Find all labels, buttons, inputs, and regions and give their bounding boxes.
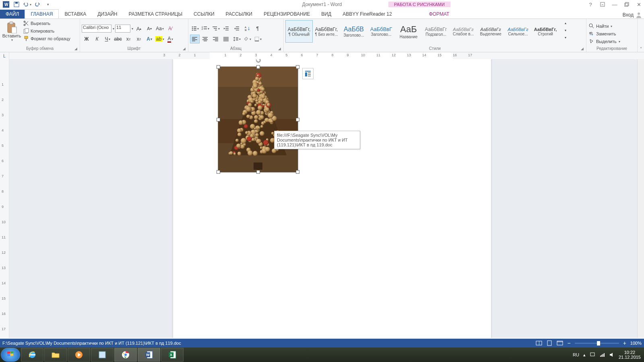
replace-button[interactable]: abЗаменить xyxy=(588,30,617,37)
zoom-in-button[interactable]: + xyxy=(623,340,626,346)
ruler-v[interactable]: 1234567891011121314151617 xyxy=(0,59,9,338)
tab-page-layout[interactable]: РАЗМЕТКА СТРАНИЦЫ xyxy=(123,10,188,19)
change-case-button[interactable]: Aa▾ xyxy=(155,24,165,33)
style-item[interactable]: АаБбВвГгВыделение xyxy=(477,20,504,43)
signin-link[interactable]: Вход xyxy=(623,11,644,19)
minimize-button[interactable]: — xyxy=(609,0,620,8)
rotate-handle[interactable] xyxy=(256,59,261,63)
collapse-ribbon-button[interactable]: ˄ xyxy=(640,47,642,51)
text-effects-button[interactable]: A▾ xyxy=(144,35,154,43)
bold-button[interactable]: Ж xyxy=(82,35,91,43)
shading-button[interactable]: ▾ xyxy=(242,35,252,43)
restore-button[interactable] xyxy=(621,0,632,8)
strikethrough-button[interactable]: abc xyxy=(113,35,123,43)
ruler-h[interactable]: 3211234567891011121314151617 xyxy=(9,52,644,60)
style-item[interactable]: АаБбВвГг,Строгий xyxy=(532,20,559,43)
align-left-button[interactable] xyxy=(190,35,200,43)
style-item[interactable]: АаБбВвГг,¶ Обычный xyxy=(285,20,313,43)
qat-customize-button[interactable]: ▾ xyxy=(43,0,52,8)
tab-view[interactable]: ВИД xyxy=(316,10,337,19)
format-painter-button[interactable]: Формат по образцу xyxy=(23,35,71,42)
find-button[interactable]: Найти▾ xyxy=(588,23,613,30)
font-name-combo[interactable]: Calibri (Осно xyxy=(82,25,111,33)
tab-review[interactable]: РЕЦЕНЗИРОВАНИЕ xyxy=(258,10,316,19)
dialog-launcher[interactable]: ◢ xyxy=(581,47,584,51)
dialog-launcher[interactable]: ◢ xyxy=(183,47,186,51)
increase-indent-button[interactable] xyxy=(232,24,242,33)
clear-format-button[interactable]: A⁄ xyxy=(165,24,175,33)
tab-references[interactable]: ССЫЛКИ xyxy=(188,10,220,19)
taskbar-excel[interactable]: X xyxy=(161,348,184,362)
dialog-launcher[interactable]: ◢ xyxy=(278,47,281,51)
decrease-indent-button[interactable] xyxy=(221,24,231,33)
tab-finereader[interactable]: ABBYY FineReader 12 xyxy=(337,10,398,19)
highlight-button[interactable]: ab▾ xyxy=(155,35,165,43)
select-button[interactable]: Выделить▾ xyxy=(588,38,621,45)
styles-gallery[interactable]: АаБбВвГг,¶ ОбычныйАаБбВвГг,¶ Без инте...… xyxy=(285,20,559,43)
taskbar-ie[interactable] xyxy=(21,348,43,362)
style-item[interactable]: АаБбВвГгСлабое в... xyxy=(450,20,477,43)
tray-flag-icon[interactable]: ▴ xyxy=(583,352,586,358)
selected-image[interactable] xyxy=(218,66,298,173)
align-justify-button[interactable] xyxy=(221,35,231,43)
undo-button[interactable]: ▾ xyxy=(23,0,31,8)
taskbar-media[interactable] xyxy=(68,348,90,362)
grow-font-button[interactable]: A▴ xyxy=(134,24,144,33)
help-button[interactable]: ? xyxy=(585,0,596,8)
superscript-button[interactable]: x2 xyxy=(134,35,144,43)
style-item[interactable]: АаБбВвГг,¶ Без инте... xyxy=(313,20,340,43)
style-item[interactable]: АаБбВвГгПодзагол... xyxy=(422,20,450,43)
underline-button[interactable]: Ч▾ xyxy=(103,35,112,43)
vertical-scrollbar[interactable] xyxy=(637,59,644,338)
tab-insert[interactable]: ВСТАВКА xyxy=(59,10,92,19)
close-button[interactable]: ✕ xyxy=(634,0,644,8)
styles-up-button[interactable]: ▴ xyxy=(561,20,570,27)
tab-format[interactable]: ФОРМАТ xyxy=(423,10,455,19)
taskbar-chrome[interactable] xyxy=(114,348,137,362)
tab-home[interactable]: ГЛАВНАЯ xyxy=(25,9,59,19)
taskbar-explorer[interactable] xyxy=(44,348,67,362)
tray-clock[interactable]: 10:2221.12.2015 xyxy=(619,350,641,360)
tab-selector[interactable]: L xyxy=(0,52,9,60)
style-item[interactable]: АаБбВвГЗаголово... xyxy=(367,20,395,43)
tray-network-icon[interactable] xyxy=(599,352,605,358)
show-marks-button[interactable]: ¶ xyxy=(253,24,262,33)
start-button[interactable] xyxy=(1,348,20,362)
tray-lang[interactable]: RU xyxy=(573,352,579,357)
reading-view-button[interactable] xyxy=(536,340,542,346)
web-layout-button[interactable] xyxy=(557,340,563,346)
bullets-button[interactable]: ▾ xyxy=(190,24,200,33)
multilevel-button[interactable]: ▾ xyxy=(211,24,221,33)
style-item[interactable]: АаБбВЗаголово... xyxy=(340,20,367,43)
style-item[interactable]: АаБНазвание xyxy=(395,20,422,43)
subscript-button[interactable]: x2 xyxy=(124,35,133,43)
dialog-launcher[interactable]: ◢ xyxy=(74,47,77,51)
taskbar-app[interactable] xyxy=(91,348,114,362)
zoom-out-button[interactable]: − xyxy=(567,340,570,346)
taskbar-word[interactable]: W xyxy=(138,348,160,362)
save-button[interactable] xyxy=(12,0,21,8)
line-spacing-button[interactable]: ▾ xyxy=(232,35,242,43)
font-color-button[interactable]: A▾ xyxy=(165,35,175,43)
tab-file[interactable]: ФАЙЛ xyxy=(0,10,25,19)
style-item[interactable]: АаБбВвГгСильное... xyxy=(504,20,532,43)
align-center-button[interactable] xyxy=(200,35,210,43)
tray-action-center-icon[interactable] xyxy=(590,352,595,358)
sort-button[interactable]: AЯ xyxy=(242,24,252,33)
align-right-button[interactable] xyxy=(211,35,221,43)
zoom-level[interactable]: 100% xyxy=(630,341,642,346)
zoom-slider[interactable] xyxy=(575,343,619,344)
shrink-font-button[interactable]: A▾ xyxy=(144,24,154,33)
tab-mailings[interactable]: РАССЫЛКИ xyxy=(220,10,258,19)
font-size-combo[interactable]: 11 xyxy=(115,25,130,33)
copy-button[interactable]: Копировать xyxy=(23,27,71,35)
layout-options-button[interactable] xyxy=(302,68,314,79)
paste-button[interactable]: Вставить▾ xyxy=(2,20,22,43)
styles-down-button[interactable]: ▾ xyxy=(561,27,570,34)
cut-button[interactable]: Вырезать xyxy=(23,20,71,27)
tab-design[interactable]: ДИЗАЙН xyxy=(92,10,123,19)
print-layout-button[interactable] xyxy=(546,340,553,346)
borders-button[interactable]: ▾ xyxy=(253,35,262,43)
styles-more-button[interactable]: ▾ xyxy=(561,34,570,41)
canvas[interactable]: file:///F:\Seagate Sync\VOL\My Documents… xyxy=(9,59,644,338)
